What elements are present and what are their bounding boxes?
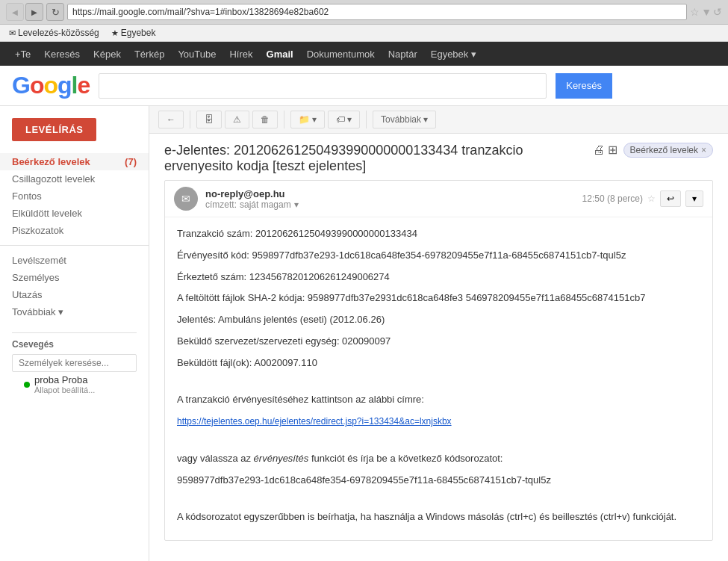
nav-youtube[interactable]: YouTube — [172, 42, 222, 66]
move-button[interactable]: 📁 ▾ — [290, 111, 325, 128]
reload-button[interactable]: ↻ — [46, 3, 64, 21]
to-label: címzett: — [205, 199, 237, 210]
to-value: saját magam — [240, 199, 291, 210]
search-bar-container — [99, 73, 547, 99]
body-line-13: 9598977dfb37e293-1dc618ca648fe354-697820… — [177, 473, 700, 489]
email-header: ✉ no-reply@oep.hu címzett: saját magam ▾… — [164, 180, 713, 541]
sidebar: LEVÉLÍRÁS Beérkező levelek (7) Csillagoz… — [0, 106, 149, 561]
back-to-inbox-button[interactable]: ← — [158, 111, 184, 128]
star-icon: ★ — [111, 28, 119, 38]
travel-label: Utazás — [12, 289, 42, 300]
sidebar-item-inbox[interactable]: Beérkező levelek (7) — [0, 153, 149, 170]
bookmark-levelezeskozsosseg[interactable]: ✉ Levelezés-közösség — [6, 27, 102, 39]
email-area: ← 🗄 ⚠ 🗑 📁 ▾ 🏷 ▾ Továbbiak ▾ — [149, 106, 728, 561]
inbox-label: Beérkező levelek — [12, 156, 90, 167]
browser-back-fwd: ◄ ► — [6, 3, 43, 21]
address-bar[interactable] — [67, 4, 687, 20]
sidebar-item-drafts[interactable]: Piszkozatok — [0, 222, 149, 239]
back-button[interactable]: ◄ — [6, 3, 24, 21]
sidebar-nav: Beérkező levelek (7) Csillagozott levele… — [0, 153, 149, 320]
sidebar-divider — [0, 245, 149, 246]
body-line-3: Érkeztető szám: 123456782012062612490062… — [177, 270, 700, 285]
chat-search-input[interactable] — [12, 354, 137, 372]
browser-titlebar: ◄ ► ↻ ☆ ▼ ↺ — [0, 0, 728, 25]
body-line-1: Tranzakció szám: 20120626125049399000000… — [177, 226, 700, 242]
time-text: 12:50 (8 perce) — [582, 193, 643, 204]
body-link[interactable]: https://tejelentes.oep.hu/ejelentes/redi… — [177, 414, 700, 430]
browser-chrome: ◄ ► ↻ ☆ ▼ ↺ ✉ Levelezés-közösség ★ Egyeb… — [0, 0, 728, 42]
bookmark-egyebek[interactable]: ★ Egyebek — [108, 27, 159, 39]
report-button[interactable]: ⚠ — [225, 111, 249, 128]
body-line-9: A tranzakció érvényesítéséhez kattintson… — [177, 392, 700, 408]
chat-user-name: proba Proba — [34, 374, 95, 385]
email-time: 12:50 (8 perce) ☆ ↩ ▾ — [582, 190, 703, 207]
online-indicator — [24, 382, 30, 388]
nav-terkep[interactable]: Térkép — [128, 42, 170, 66]
chat-section: Csevegés proba Proba Állapot beállítá... — [0, 320, 149, 403]
body-line-7: Beküldött fájl(ok): A0020097.110 — [177, 356, 700, 371]
report-icon: ⚠ — [233, 114, 241, 125]
sidebar-item-more[interactable]: Továbbiak ▾ — [0, 303, 149, 320]
inbox-count: (7) — [125, 156, 137, 167]
label-close-icon[interactable]: × — [701, 145, 706, 155]
nav-kereses[interactable]: Keresés — [38, 42, 86, 66]
nav-egyebek[interactable]: Egyebek ▾ — [425, 42, 482, 66]
drafts-label: Piszkozatok — [12, 225, 63, 236]
archive-button[interactable]: 🗄 — [196, 111, 222, 128]
sidebar-item-personal[interactable]: Személyes — [0, 269, 149, 286]
email-from-row: ✉ no-reply@oep.hu címzett: saját magam ▾… — [165, 181, 712, 217]
nav-naptar[interactable]: Naptár — [382, 42, 423, 66]
reply-button[interactable]: ↩ — [660, 190, 681, 207]
sidebar-item-starred[interactable]: Csillagozott levelek — [0, 170, 149, 187]
chat-user-status: Állapot beállítá... — [34, 385, 95, 394]
delete-button[interactable]: 🗑 — [252, 111, 278, 128]
nav-gmail[interactable]: Gmail — [261, 42, 299, 66]
sidebar-item-travel[interactable]: Utazás — [0, 286, 149, 303]
toolbar: ← 🗄 ⚠ 🗑 📁 ▾ 🏷 ▾ Továbbiak ▾ — [149, 106, 728, 134]
forward-button[interactable]: ► — [25, 3, 43, 21]
nav-kepek[interactable]: Képek — [87, 42, 127, 66]
bookmark-star[interactable]: ☆ — [690, 6, 700, 18]
browser-nav: ◄ ► ↻ ☆ ▼ ↺ — [6, 3, 722, 21]
star-buttons: ☆ ▼ ↺ — [690, 6, 722, 18]
more-label: Továbbiak ▾ — [12, 306, 63, 317]
chat-user[interactable]: proba Proba Állapot beállítá... — [12, 372, 137, 397]
body-line-5: Jelentés: Ambuláns jelentés (eseti) (201… — [177, 312, 700, 328]
email-thread: e-Jelentes: 2012062612504939900000001334… — [149, 134, 728, 556]
body-line-4: A feltöltött fájlok SHA-2 kódja: 9598977… — [177, 291, 700, 306]
chat-user-info: proba Proba Állapot beállítá... — [34, 374, 95, 394]
sidebar-item-spam[interactable]: Levélszemét — [0, 252, 149, 269]
envelope-icon: ✉ — [9, 28, 16, 38]
main-layout: LEVÉLÍRÁS Beérkező levelek (7) Csillagoz… — [0, 106, 728, 561]
more-button[interactable]: ▾ — [685, 190, 703, 207]
label-tag-text: Beérkező levelek — [630, 145, 698, 155]
sender-avatar: ✉ — [174, 187, 198, 211]
from-meta: címzett: saját magam ▾ — [205, 199, 575, 210]
more-actions-button[interactable]: Továbbiak ▾ — [373, 111, 436, 128]
starred-label: Csillagozott levelek — [12, 173, 95, 185]
compose-button[interactable]: LEVÉLÍRÁS — [12, 118, 96, 141]
folder-icon: 📁 — [299, 114, 310, 125]
bookmark-label: Egyebek — [121, 28, 156, 38]
back-icon: ← — [167, 114, 175, 125]
label-tag[interactable]: Beérkező levelek × — [623, 143, 713, 158]
sidebar-item-sent[interactable]: Elküldött levelek — [0, 205, 149, 222]
nav-plus-te[interactable]: +Te — [9, 42, 37, 66]
expand-icon[interactable]: ⊞ — [608, 143, 617, 157]
nav-hirek[interactable]: Hírek — [223, 42, 258, 66]
important-label: Fontos — [12, 190, 42, 202]
refresh-icon[interactable]: ↺ — [713, 6, 722, 18]
label-button[interactable]: 🏷 ▾ — [328, 111, 360, 128]
search-input[interactable] — [99, 73, 547, 99]
search-button[interactable]: Keresés — [556, 73, 612, 99]
to-dropdown-icon[interactable]: ▾ — [294, 199, 299, 210]
chat-title: Csevegés — [12, 339, 137, 350]
star-toggle-icon[interactable]: ☆ — [647, 193, 656, 204]
google-header: Google Keresés — [0, 66, 728, 106]
nav-dokumentumok[interactable]: Dokumentumok — [301, 42, 381, 66]
rss-icon[interactable]: ▼ — [701, 6, 712, 18]
toolbar-separator3 — [366, 111, 367, 128]
transaction-link[interactable]: https://tejelentes.oep.hu/ejelentes/redi… — [177, 416, 452, 427]
sidebar-item-important[interactable]: Fontos — [0, 187, 149, 205]
print-icon[interactable]: 🖨 — [593, 143, 605, 157]
